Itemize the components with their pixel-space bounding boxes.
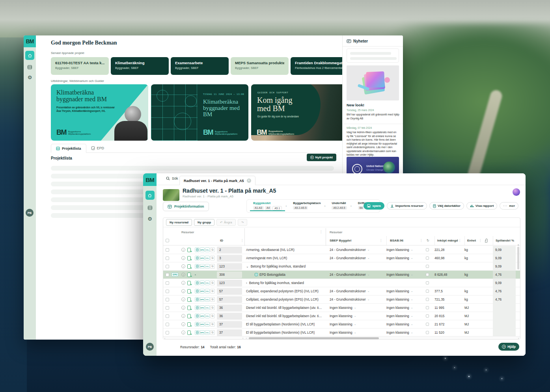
co2-chip[interactable]: CO₂ [205, 314, 210, 318]
table-icon[interactable] [147, 205, 153, 210]
table-row[interactable]: i EPD CO₂ ⧉ 36 [163, 312, 520, 320]
info-icon[interactable]: i [181, 329, 187, 336]
bsab-dropdown[interactable]: Ingen klassning⌄ [386, 271, 423, 279]
info-icon[interactable]: i [181, 279, 187, 287]
bsab-dropdown[interactable]: Ingen klassning⌄ [386, 329, 423, 336]
stepper-step[interactable]: Byggskedet A1-A3 A4 A5.1 [250, 201, 285, 211]
col-menu-icon[interactable]: ⋮ [241, 236, 244, 245]
copy-chip-icon[interactable]: ⧉ [210, 256, 215, 260]
user-avatar[interactable]: PB [146, 343, 154, 351]
add-document-icon[interactable] [187, 320, 194, 328]
stepper-step[interactable]: Byggarbetsplatsen A5.2-A5.5 [290, 201, 324, 211]
bm-logo[interactable]: BM [24, 35, 36, 47]
co2-chip[interactable]: CO₂ [205, 256, 210, 260]
copy-chip-icon[interactable]: ⧉ [210, 264, 215, 269]
unit-cell[interactable] [464, 262, 482, 270]
attachment-icon[interactable] [485, 236, 488, 245]
unit-cell[interactable] [464, 279, 482, 287]
quantity-cell[interactable]: 11 520 [434, 329, 463, 336]
attachment-cell[interactable] [484, 295, 490, 303]
resource-name-cell[interactable]: El till byggarbetsplatsen (Nordenmix) (I… [246, 320, 323, 328]
row-id-cell[interactable]: 57 [217, 295, 244, 303]
table-row[interactable]: i EPD CO₂ ⧉ 3 [163, 254, 520, 262]
resource-name-cell[interactable]: Cellplast, expanderad polystyren (EPS) (… [246, 287, 323, 295]
table-row[interactable]: EPD i 308 E EPD Betongplatta [163, 271, 520, 279]
copy-chip-icon[interactable]: ⧉ [210, 289, 215, 294]
unit-cell[interactable]: kg [464, 295, 482, 303]
document-chip-icon[interactable] [195, 330, 199, 335]
info-icon[interactable]: i [181, 295, 187, 303]
project-card[interactable]: MEPS Samansatta produkter Byggnader, SBE… [231, 57, 289, 75]
document-chip-icon[interactable] [195, 314, 199, 318]
sbef-dropdown[interactable]: 24 - Grundkonstruktioner⌄ [330, 246, 384, 254]
attachment-cell[interactable] [484, 312, 490, 320]
co2-chip[interactable]: CO₂ [205, 289, 210, 294]
col-menu-icon[interactable]: ⋮ [479, 236, 482, 245]
row-id-cell[interactable]: 308 [217, 271, 244, 279]
scroll-right-icon[interactable]: › [518, 336, 519, 340]
table-row[interactable]: i EPD CO₂ ⧉ 123 ⌄ [163, 262, 520, 271]
unit-cell[interactable]: MJ [464, 312, 482, 320]
row-checkbox[interactable] [166, 312, 171, 320]
info-icon[interactable]: i [181, 254, 187, 262]
scrollbar-thumb[interactable] [517, 247, 519, 269]
expand-chevron-icon[interactable]: ⌄ [246, 265, 249, 268]
gear-icon[interactable]: ⚙ [28, 74, 32, 80]
resource-name-cell[interactable]: ⌄ Betong för bjälklag inomhus, standard [246, 262, 323, 270]
sbef-dropdown[interactable]: Ingen klassning⌄ [330, 329, 384, 336]
info-icon[interactable]: i [181, 304, 187, 312]
left-horizontal-scrollbar[interactable]: ‹ › [163, 336, 244, 339]
attachment-cell[interactable] [484, 279, 490, 287]
quantity-cell[interactable]: 11 995 [434, 304, 463, 312]
attachment-cell[interactable] [484, 271, 490, 279]
document-chip-icon[interactable] [195, 247, 199, 252]
resource-name-cell[interactable]: Armering, skrotbaserat (IVL LCR) [246, 246, 323, 254]
row-id-cell[interactable]: 3 [217, 254, 244, 262]
document-chip-icon[interactable] [195, 281, 199, 285]
bsab-dropdown[interactable]: Ingen klassning⌄ [386, 287, 423, 295]
save-button[interactable]: spara [364, 202, 384, 210]
add-document-icon[interactable] [187, 262, 194, 270]
add-document-icon[interactable] [187, 295, 194, 303]
user-avatar[interactable]: PB [26, 209, 34, 217]
epd-chip[interactable]: EPD [200, 247, 205, 252]
spill-cell[interactable]: 4,76 [493, 271, 516, 279]
project-card[interactable]: Framtiden Drakblommegat... Flerbostadshu… [291, 57, 349, 75]
add-document-icon[interactable] [187, 312, 194, 320]
document-chip-icon[interactable] [195, 305, 199, 310]
co2-chip[interactable]: CO₂ [205, 330, 210, 335]
sbef-dropdown[interactable]: 24 - Grundkonstruktioner⌄ [330, 271, 384, 279]
quantity-cell[interactable]: 377,5 [434, 287, 463, 295]
add-document-icon[interactable] [187, 329, 194, 336]
quantity-cell[interactable]: 721,35 [434, 295, 463, 303]
epd-chip[interactable]: EPD [200, 281, 205, 285]
co2-chip[interactable]: CO₂ [205, 322, 210, 327]
step-sub[interactable]: A5.2-A5.5 [332, 206, 347, 210]
row-id-cell[interactable]: 37 [217, 320, 244, 328]
row-checkbox[interactable] [166, 262, 171, 270]
unit-cell[interactable]: MJ [464, 304, 482, 312]
resource-name-cell[interactable]: Armeringsnät mm (IVL LCR) [246, 254, 323, 262]
recycle-checkbox[interactable] [426, 287, 432, 295]
new-resource-row-button[interactable]: Ny resursrad [166, 219, 192, 226]
quantity-cell[interactable] [434, 279, 463, 287]
add-document-icon[interactable] [187, 271, 194, 279]
row-checkbox[interactable] [166, 287, 171, 295]
recycle-checkbox[interactable] [426, 312, 432, 320]
resource-name-cell[interactable]: Cellplast, expanderad polystyren (EPS) (… [246, 295, 323, 303]
guide-banner[interactable]: GUIDER OCH SUPPORT Kom igångmed BM En gu… [251, 84, 349, 141]
col-inkopt-mangd[interactable]: Inköpt mängd [434, 236, 458, 245]
recycle-checkbox[interactable] [426, 254, 432, 262]
info-icon[interactable]: i [181, 271, 187, 279]
step-sub[interactable]: A5.1 [272, 206, 282, 210]
new-group-button[interactable]: Ny grupp [194, 219, 214, 226]
scroll-right-icon[interactable]: › [242, 336, 243, 340]
resource-name-cell[interactable]: Diesel inkl std bioinbl. till byggarbets… [246, 304, 323, 312]
copy-chip-icon[interactable]: ⧉ [210, 305, 215, 310]
data-sources-button[interactable]: Välj datorkällor [429, 202, 464, 210]
add-document-icon[interactable] [187, 279, 194, 287]
row-id-cell[interactable]: 123 [217, 279, 244, 287]
recycle-checkbox[interactable] [426, 271, 432, 279]
copy-chip-icon[interactable]: ⧉ [210, 247, 215, 252]
home-icon[interactable] [25, 51, 34, 60]
